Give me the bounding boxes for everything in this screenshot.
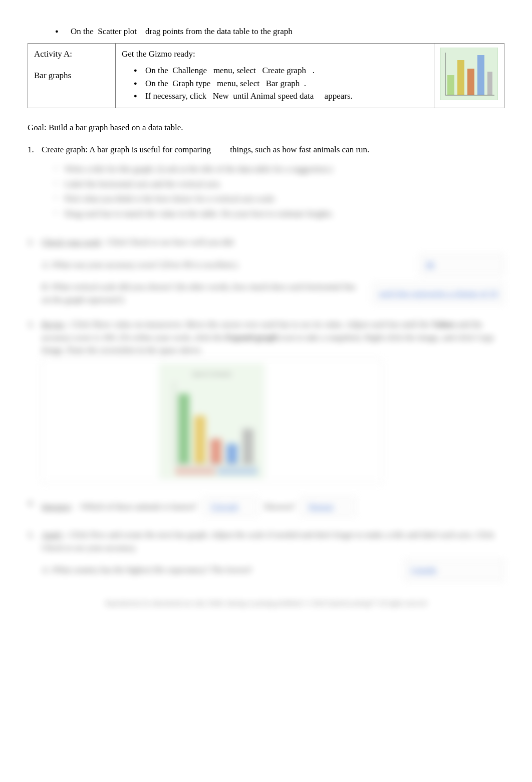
svg-rect-10: [194, 416, 205, 464]
t: On the: [145, 66, 168, 75]
svg-rect-11: [210, 439, 221, 464]
step-number: 3.: [28, 318, 42, 490]
svg-rect-17: [217, 467, 257, 475]
t: Expand graph: [225, 333, 278, 342]
bar-chart-thumbnail-icon: [440, 48, 498, 100]
step-number: 1.: [28, 143, 42, 222]
text: On the: [71, 27, 94, 36]
step-2-row-b: B. What vertical scale did you choose? (…: [42, 281, 504, 306]
copyright-footer: Reproduction for educational use only. P…: [28, 598, 504, 608]
activity-thumb-cell: [434, 43, 504, 108]
step-1: 1. Create graph: A bar graph is useful f…: [28, 143, 504, 222]
step-4-mid: Slowest?: [264, 500, 295, 513]
step-4-answer-1: Cheetah: [203, 497, 258, 517]
step-4-body: : Which of these animals is fastest?: [77, 500, 197, 513]
step-1-sublist: Write a title for this graph. (Look at t…: [54, 163, 504, 220]
svg-rect-9: [178, 394, 189, 464]
step-5-title: Apply: [42, 530, 63, 540]
t: : Click Show value on mouseover. Move th…: [67, 320, 430, 329]
svg-rect-3: [467, 69, 474, 95]
t: Values: [432, 320, 456, 329]
t: If necessary, click: [145, 91, 206, 101]
t: Graph type: [172, 79, 210, 88]
step-2-body: : Click Check to see how well you did.: [103, 237, 235, 247]
activity-title: Activity A:: [34, 48, 109, 61]
svg-rect-13: [242, 429, 253, 464]
t: Create graph: [262, 66, 306, 75]
step-5-a-answer: Canada: [404, 559, 504, 581]
t: .: [304, 79, 306, 88]
step-1-sub-1: Write a title for this graph. (Look at t…: [54, 163, 504, 176]
numbered-steps: 1. Create graph: A bar graph is useful f…: [28, 143, 504, 608]
step-4: 4. Interpret : Which of these animals is…: [28, 497, 504, 522]
svg-rect-4: [477, 55, 484, 95]
chart-title: Speed of Animals: [192, 371, 231, 377]
activity-subtitle: Bar graphs: [34, 69, 109, 82]
step-1-sub-4: Drag each bar to match the value in the …: [54, 207, 504, 220]
step-5-row-a: A. What country has the highest life exp…: [42, 559, 504, 581]
activity-center-cell: Get the Gizmo ready: On the Challenge me…: [116, 43, 434, 108]
step-2-a-prompt: A. What was your accuracy score? (Over 9…: [42, 258, 413, 272]
step-4-title: Interpret: [42, 500, 71, 513]
ready-item-1: On the Challenge menu, select Create gra…: [134, 64, 428, 77]
step-number: 2.: [28, 236, 42, 311]
step-1-tail: things, such as how fast animals can run…: [230, 145, 369, 154]
step-2-b-answer: each line represents a change of 10: [372, 283, 504, 305]
step-5-a-prompt: A. What country has the highest life exp…: [42, 564, 398, 577]
screenshot-placeholder: Speed of Animals: [42, 359, 382, 484]
svg-rect-5: [487, 72, 492, 95]
t: menu, select: [213, 66, 256, 75]
ready-item-2: On the Graph type menu, select Bar graph…: [134, 77, 428, 90]
bar-chart-screenshot-icon: Speed of Animals: [159, 364, 264, 479]
step-2: 2. Check your work : Click Check to see …: [28, 236, 504, 311]
svg-rect-12: [226, 444, 237, 464]
step-1-sub-2: Label the horizontal axis and the vertic…: [54, 178, 504, 191]
t: appears.: [325, 91, 353, 101]
t: .: [313, 66, 315, 75]
text: drag points from the data table to the g…: [145, 27, 293, 36]
step-4-answer-2: Human: [301, 497, 356, 517]
activity-table: Activity A: Bar graphs Get the Gizmo rea…: [28, 43, 504, 109]
step-2-b-prompt: B. What vertical scale did you choose? (…: [42, 281, 366, 306]
ready-list: On the Challenge menu, select Create gra…: [134, 64, 428, 103]
step-number: 5.: [28, 529, 42, 586]
step-3-title: Revise: [42, 320, 65, 329]
step-number: 4.: [28, 497, 42, 522]
t: until Animal speed data: [233, 91, 314, 101]
t: New: [213, 91, 229, 101]
step-3: 3. Revise : Click Show value on mouseove…: [28, 318, 504, 490]
step-5: 5. Apply : Click New and create the next…: [28, 529, 504, 586]
text: Scatter plot: [98, 27, 137, 36]
t: On the: [145, 79, 168, 88]
step-2-a-answer: 98: [419, 254, 504, 276]
ready-item-3: If necessary, click New until Animal spe…: [134, 90, 428, 103]
step-1-lead: Create graph: A bar graph is useful for …: [42, 145, 211, 154]
svg-rect-16: [175, 467, 215, 475]
step-1-sub-3: Pick what you think is the best choice f…: [54, 192, 504, 205]
goal-text: Goal: Build a bar graph based on a data …: [28, 121, 504, 134]
t: Bar graph: [266, 79, 300, 88]
svg-rect-2: [457, 60, 464, 95]
step-2-title: Check your work: [42, 237, 101, 247]
scatter-plot-hint: On the Scatter plot drag points from the…: [55, 25, 504, 38]
t: menu, select: [217, 79, 259, 88]
t: Challenge: [172, 66, 207, 75]
ready-heading: Get the Gizmo ready:: [122, 48, 428, 61]
step-2-row-a: A. What was your accuracy score? (Over 9…: [42, 254, 504, 276]
step-5-body: : Click New and create the next bar grap…: [42, 530, 494, 553]
svg-rect-1: [447, 75, 454, 95]
activity-left-cell: Activity A: Bar graphs: [28, 43, 116, 108]
